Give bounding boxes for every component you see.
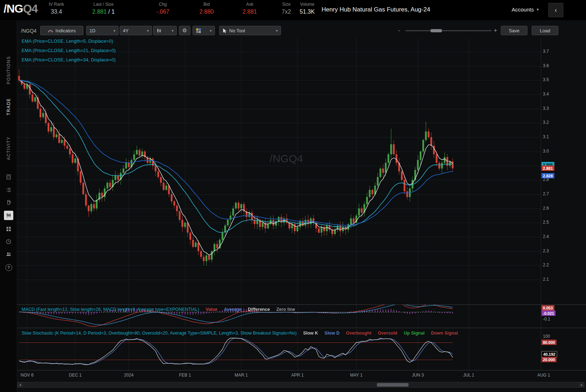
- stat-value: 2.880: [187, 8, 226, 15]
- chevron-down-icon: ▾: [210, 29, 212, 33]
- y-axis-tick-label: 3.4: [543, 92, 549, 97]
- chart-symbol-label: /NGQ4: [21, 28, 37, 34]
- legend-item: Zero line: [276, 307, 295, 312]
- stochastic-study-label[interactable]: Slow Stochastic (K Period=14, D Period=3…: [22, 331, 539, 336]
- stat-value: 2.881: [230, 8, 269, 15]
- ema-legend-21[interactable]: EMA (Price=CLOSE, Length=21, Displace=0): [22, 48, 116, 53]
- drawing-tool-dropdown[interactable]: No Tool ▾: [219, 26, 281, 35]
- zoom-out-button[interactable]: -: [398, 27, 400, 34]
- indicators-label: Indicators: [55, 28, 75, 33]
- stat-bid: Bid 2.880: [187, 1, 226, 15]
- list-icon[interactable]: [4, 185, 13, 195]
- ema-legend-34[interactable]: EMA (Price=CLOSE, Length=34, Displace=0): [22, 57, 116, 62]
- header: /NGQ4 IV Rank 33.4 Last / Size 2.881 / 1…: [0, 0, 586, 20]
- stoch-axis-chip: 40.192: [541, 351, 557, 357]
- collapse-panel-button[interactable]: ‹: [548, 3, 563, 17]
- y-axis-tick-label: 2.2: [543, 262, 549, 267]
- y-axis-tick-label: 3.3: [543, 106, 549, 111]
- macd-title: MACD (Fast length=12, Slow length=26, MA…: [22, 307, 199, 312]
- legend-item: Slow K: [303, 331, 318, 336]
- panel-divider[interactable]: [17, 328, 586, 328]
- stochastic-title: Slow Stochastic (K Period=14, D Period=3…: [22, 331, 297, 336]
- legend-item: Value: [206, 307, 217, 312]
- cursor-icon: [222, 28, 227, 33]
- stat-value: 51.3K: [295, 8, 320, 15]
- stat-label: Ask: [230, 1, 269, 7]
- y-axis-tick-label: 2.4: [543, 234, 549, 239]
- timeframe-dropdown[interactable]: 1D ▾: [86, 26, 119, 35]
- stat-label: Chg: [143, 1, 183, 7]
- stat-value: -.067: [143, 8, 183, 15]
- zoom-in-button[interactable]: +: [494, 27, 497, 34]
- indicators-button[interactable]: Indicators: [40, 26, 83, 35]
- tab-label: ACTIVITY: [6, 136, 11, 160]
- symbol-suffix: Q4: [23, 2, 38, 15]
- scrollbar-thumb[interactable]: [377, 383, 409, 387]
- x-axis-tick-label: JUN 3: [406, 373, 429, 378]
- chart-scrollbar[interactable]: ◂ ▸: [17, 382, 585, 388]
- stat-iv-rank: IV Rank 33.4: [40, 1, 73, 15]
- stoch-axis-label: 100: [543, 334, 550, 339]
- scroll-right-icon[interactable]: ▸: [579, 382, 584, 387]
- stat-label: Bid: [187, 1, 226, 7]
- chart-type-dropdown[interactable]: ▾: [153, 26, 177, 35]
- sidebar-tab-positions[interactable]: POSITIONS: [0, 51, 17, 89]
- help-icon[interactable]: ?: [4, 263, 13, 272]
- symbol-root: /NG: [4, 2, 23, 15]
- x-axis-tick-label: FEB 1: [174, 373, 197, 378]
- legend-item: Slow D: [324, 331, 340, 336]
- panel-divider[interactable]: [17, 304, 586, 305]
- tab-label: POSITIONS: [6, 56, 11, 84]
- ema-legend-5[interactable]: EMA (Price=CLOSE, Length=5, Displace=0): [22, 38, 113, 44]
- stat-ask: Ask 2.881: [230, 1, 269, 15]
- accounts-dropdown[interactable]: Accounts ▾: [512, 6, 539, 13]
- y-axis-tick-label: 3.0: [543, 149, 549, 154]
- chart-settings-button[interactable]: ⚙: [179, 26, 190, 35]
- x-axis-tick-label: 2024: [117, 373, 140, 378]
- calculator-icon[interactable]: [4, 172, 13, 182]
- y-axis-tick-label: 3.7: [543, 49, 549, 54]
- trading-app: /NGQ4 IV Rank 33.4 Last / Size 2.881 / 1…: [0, 0, 586, 392]
- beaker-icon[interactable]: [4, 198, 13, 207]
- legend-item: Average: [224, 307, 241, 312]
- stoch-axis-chip: 20.000: [541, 357, 557, 362]
- gauge-icon: [48, 28, 53, 33]
- panel-divider[interactable]: [17, 370, 586, 370]
- chevron-down-icon: ▾: [276, 29, 278, 33]
- sidebar-tab-trade[interactable]: TRADE: [0, 94, 17, 119]
- price-axis-chip: 2.828: [541, 173, 554, 178]
- chart-icon[interactable]: [4, 211, 13, 220]
- legend-item: Down Signal: [431, 331, 458, 336]
- users-icon[interactable]: [4, 249, 13, 259]
- price-chart-canvas[interactable]: [17, 38, 541, 304]
- macd-study-label[interactable]: MACD (Fast length=12, Slow length=26, MA…: [22, 307, 539, 312]
- y-axis-tick-label: 3.1: [543, 134, 549, 139]
- range-dropdown[interactable]: 4Y ▾: [120, 26, 152, 35]
- tool-value: No Tool: [229, 28, 245, 33]
- zoom-slider[interactable]: [405, 30, 492, 31]
- clock-icon[interactable]: [4, 237, 13, 246]
- stat-last-size: Last / Size 2.881 / 1: [82, 1, 125, 15]
- load-button[interactable]: Load: [532, 26, 558, 35]
- grid-icon[interactable]: [4, 224, 13, 234]
- chevron-down-icon: ▾: [114, 29, 115, 33]
- macd-axis-chip: -0.021: [541, 311, 555, 316]
- axis-border: [541, 38, 541, 370]
- left-sidebar: POSITIONS TRADE ACTIVITY ?: [0, 20, 17, 392]
- y-axis-tick-label: 2.7: [543, 191, 549, 196]
- x-axis-tick-label: NOV 6: [15, 373, 38, 378]
- stat-value: 33.4: [40, 8, 73, 15]
- last-price: 2.881: [92, 9, 107, 15]
- sidebar-tab-activity[interactable]: ACTIVITY: [0, 131, 17, 165]
- last-size: / 1: [107, 9, 115, 15]
- y-axis-tick-label: 3.6: [543, 63, 549, 68]
- save-button[interactable]: Save: [501, 26, 527, 35]
- zoom-slider-thumb[interactable]: [430, 29, 442, 32]
- stoch-axis-chip: 80.000: [541, 340, 557, 345]
- y-axis-tick-label: 3.2: [543, 120, 549, 125]
- layout-dropdown[interactable]: ▾: [193, 26, 215, 35]
- load-label: Load: [540, 28, 550, 33]
- y-axis-tick-label: 3.5: [543, 77, 549, 82]
- scroll-left-icon[interactable]: ◂: [18, 382, 23, 387]
- macd-axis-chip: 0.053: [541, 305, 554, 311]
